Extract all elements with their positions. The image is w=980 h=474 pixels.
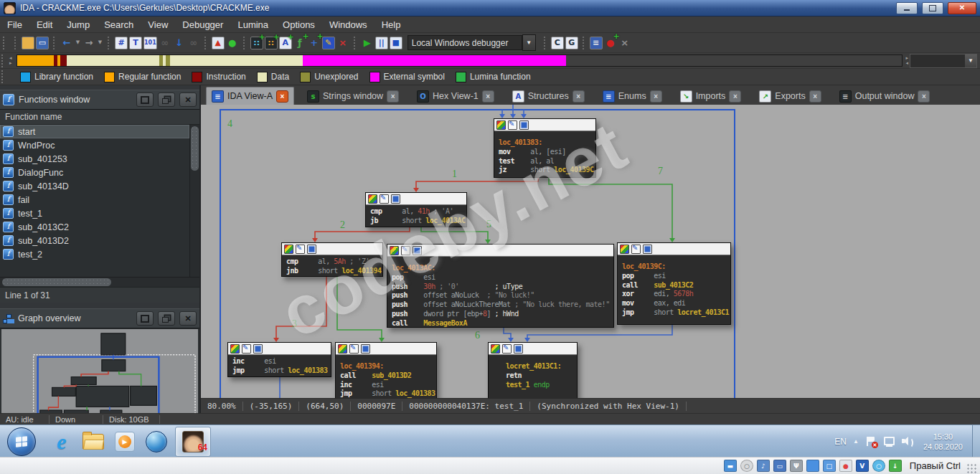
band-segment[interactable] <box>60 55 67 66</box>
function-row-sub-401253[interactable]: fsub_401253 <box>0 152 189 166</box>
function-row-dialogfunc[interactable]: fDialogFunc <box>0 166 189 179</box>
node-loc-4013ac[interactable]: loc_4013AC:pop esipush 30h ; '0' ; uType… <box>387 244 614 328</box>
run-until-return-icon[interactable]: G <box>565 37 578 49</box>
node-inc-esi[interactable]: inc esijmp short loc_401383 <box>227 342 331 377</box>
node-titlebar[interactable] <box>489 343 577 355</box>
trace-icon[interactable]: ● <box>226 37 239 49</box>
window-icon[interactable] <box>643 245 652 254</box>
palette-icon[interactable] <box>230 344 240 354</box>
tab-structures[interactable]: AStructures× <box>507 87 590 105</box>
menu-search[interactable]: Search <box>97 17 141 32</box>
tab-exports[interactable]: ↗Exports× <box>754 87 826 105</box>
add-breakpoint-icon[interactable]: ●+ <box>604 37 617 49</box>
tab-imports[interactable]: ↘Imports× <box>675 87 747 105</box>
navigate-back-icon[interactable]: ← <box>60 37 73 49</box>
window-icon[interactable] <box>413 246 422 255</box>
close-tab-icon[interactable]: × <box>918 90 930 103</box>
palette-icon[interactable] <box>390 246 399 255</box>
edit-icon[interactable] <box>401 246 410 255</box>
overview-minimize-button[interactable] <box>136 311 154 326</box>
node-locret-4013c1[interactable]: locret_4013C1:retntest_1 endp <box>488 342 578 398</box>
comodo-dragon-icon[interactable] <box>141 427 172 456</box>
hard-disk-icon[interactable]: ▬ <box>724 460 737 472</box>
palette-icon[interactable] <box>620 245 629 254</box>
window-icon[interactable] <box>391 194 400 204</box>
band-segment[interactable] <box>566 55 903 66</box>
function-row-start[interactable]: fstart <box>0 125 189 138</box>
function-row-wndproc[interactable]: fWndProc <box>0 138 189 152</box>
functions-horizontal-scrollbar[interactable] <box>0 277 199 287</box>
functions-vertical-scrollbar[interactable] <box>189 125 199 277</box>
open-file-icon[interactable] <box>22 37 34 49</box>
search-lock-icon[interactable]: ∞ <box>187 37 200 49</box>
navigate-forward-icon[interactable]: → <box>83 37 95 49</box>
overview-float-button[interactable] <box>158 311 175 326</box>
search-again-icon[interactable]: ∞ <box>159 37 171 49</box>
file-explorer-icon[interactable] <box>77 427 109 456</box>
band-drag-handle[interactable] <box>1 54 6 67</box>
edit-icon[interactable] <box>349 344 359 354</box>
search-text-icon[interactable]: T <box>129 37 142 49</box>
close-tab-icon[interactable]: × <box>729 90 741 103</box>
edit-icon[interactable] <box>296 245 305 254</box>
problems-list-icon[interactable]: ▲ <box>212 37 225 49</box>
node-titlebar[interactable] <box>228 343 331 355</box>
taskbar-ida-icon[interactable]: 64 <box>175 427 211 457</box>
menu-options[interactable]: Options <box>275 17 322 32</box>
window-icon[interactable] <box>361 344 370 354</box>
band-segment[interactable] <box>17 55 55 66</box>
create-struct-icon[interactable]: ++ <box>308 37 321 49</box>
network-tray-icon[interactable] <box>883 436 895 447</box>
window-icon[interactable] <box>307 245 316 254</box>
tab-ida-view-a[interactable]: ≡IDA View-A× <box>206 87 294 105</box>
window-icon[interactable] <box>253 344 263 354</box>
node-titlebar[interactable] <box>618 243 730 255</box>
address-combo[interactable]: ▼ <box>910 54 977 68</box>
create-code-icon[interactable]: ::+ <box>250 37 263 49</box>
functions-float-button[interactable] <box>158 93 175 107</box>
node-cmp-41h[interactable]: cmp al, 41h ; 'A'jb short loc_4013AC <box>365 192 467 227</box>
resize-grip[interactable] <box>967 464 977 474</box>
menu-help[interactable]: Help <box>374 17 408 32</box>
close-tab-icon[interactable]: × <box>809 90 821 103</box>
close-tab-icon[interactable]: × <box>650 90 662 103</box>
palette-icon[interactable] <box>338 344 347 354</box>
usb-icon[interactable]: Ψ <box>790 460 803 472</box>
menu-jump[interactable]: Jump <box>60 17 97 32</box>
function-row-test-1[interactable]: ftest_1 <box>0 207 189 220</box>
search-immediate-icon[interactable]: # <box>115 37 128 49</box>
taskbar-clock[interactable]: 15:30 24.08.2020 <box>923 432 963 452</box>
action-center-icon[interactable]: ✕ <box>865 436 877 447</box>
window-icon[interactable] <box>519 120 529 130</box>
optical-disk-icon[interactable]: ○ <box>740 460 753 472</box>
node-loc-401394[interactable]: loc_401394:call sub_4013D2inc esijmp sho… <box>335 342 437 398</box>
maximize-button[interactable] <box>922 2 943 14</box>
band-scroll-left-icon[interactable]: ◂▸ <box>9 56 12 65</box>
show-desktop-button[interactable] <box>972 425 980 458</box>
update-icon[interactable]: ↓ <box>889 460 902 472</box>
toolbar-drag-handle[interactable] <box>3 37 8 49</box>
close-button[interactable]: ✕ <box>948 2 976 14</box>
tray-expand-icon[interactable]: ▲ <box>853 438 859 445</box>
node-titlebar[interactable] <box>494 119 595 131</box>
menu-view[interactable]: View <box>141 17 175 32</box>
window-titlebar[interactable]: IDA - CRACKME.exe C:\Users\Gerkules\Desk… <box>0 0 980 16</box>
features-icon[interactable]: V <box>856 460 869 472</box>
node-loc-401383[interactable]: loc_401383:mov al, [esi]test al, aljz sh… <box>494 118 596 178</box>
node-titlebar[interactable] <box>282 243 382 255</box>
create-function-icon[interactable]: ƒ+ <box>293 37 306 49</box>
band-segment[interactable] <box>67 55 160 66</box>
combo-dropdown-icon[interactable]: ▼ <box>965 54 976 67</box>
palette-icon[interactable] <box>491 344 500 354</box>
overview-close-button[interactable]: ✕ <box>179 311 197 326</box>
undefine-icon[interactable]: × <box>336 37 349 49</box>
node-cmp-5ah[interactable]: cmp al, 5Ah ; 'Z'jnb short loc_401394 <box>281 242 383 277</box>
band-segment[interactable] <box>170 55 303 66</box>
palette-icon[interactable] <box>496 120 506 130</box>
close-tab-icon[interactable]: × <box>573 90 585 103</box>
function-row-sub-40134d[interactable]: fsub_40134D <box>0 179 189 193</box>
edit-comment-icon[interactable]: ✎ <box>322 37 335 49</box>
debugger-pause-icon[interactable]: || <box>375 37 388 49</box>
node-titlebar[interactable] <box>366 193 466 205</box>
minimize-button[interactable] <box>896 2 918 14</box>
